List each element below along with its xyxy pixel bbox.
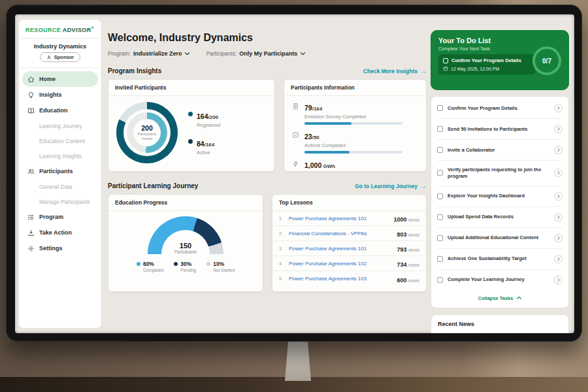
task-row[interactable]: Verify participants requesting to join t… bbox=[437, 161, 563, 186]
legend-item-pending: 30% Pending bbox=[174, 261, 196, 272]
task-open-button[interactable] bbox=[554, 192, 563, 201]
sidebar-item-label: Take Action bbox=[39, 229, 72, 236]
task-row[interactable]: Explore Your Insights Dashboard bbox=[437, 186, 563, 207]
survey-value: 79 bbox=[304, 104, 312, 112]
task-row[interactable]: Invite a Collaborator bbox=[437, 140, 563, 161]
collapse-tasks-link[interactable]: Collapse Tasks bbox=[437, 290, 563, 306]
chevron-down-icon bbox=[184, 52, 190, 56]
task-checkbox[interactable] bbox=[437, 214, 443, 220]
todo-progress-ring: 0/7 bbox=[532, 46, 561, 75]
sponsor-badge-label: Sponsor bbox=[54, 54, 74, 60]
sidebar-item-manage-participants[interactable]: Manage Participants bbox=[22, 194, 98, 209]
card-title: Invited Participants bbox=[108, 80, 274, 96]
next-task-label: Confirm Your Program Details bbox=[451, 57, 521, 63]
sidebar-item-home[interactable]: Home bbox=[22, 71, 98, 87]
sidebar-item-education-content[interactable]: Education Content bbox=[22, 133, 98, 148]
task-open-button[interactable] bbox=[554, 213, 563, 221]
lesson-rank: 5 bbox=[279, 276, 284, 281]
legend-item-completed: 60% Completed bbox=[137, 261, 163, 272]
link-label: Check More Insights bbox=[363, 68, 417, 74]
task-open-button[interactable] bbox=[554, 104, 563, 112]
task-open-button[interactable] bbox=[554, 276, 563, 284]
lesson-link[interactable]: Power Purchase Agreements 103 bbox=[289, 276, 392, 282]
task-row[interactable]: Send 50 Invitations to Participants bbox=[437, 119, 563, 140]
survey-total: /164 bbox=[312, 106, 323, 112]
lesson-views: 600 bbox=[397, 277, 406, 284]
sidebar-item-label: Home bbox=[39, 76, 56, 82]
task-row[interactable]: Upload Additional Educational Content bbox=[437, 228, 563, 249]
task-label: Verify participants requesting to join t… bbox=[448, 167, 549, 180]
task-checkbox[interactable] bbox=[437, 235, 443, 241]
task-label: Invite a Collaborator bbox=[448, 147, 549, 154]
logo-plus: + bbox=[91, 25, 95, 30]
task-checkbox[interactable] bbox=[437, 170, 443, 176]
actions-label: Actions Completed bbox=[304, 142, 402, 148]
education-progress-card: Education Progress 150 Participants bbox=[108, 194, 263, 292]
education-gauge: 150 Participants bbox=[148, 216, 223, 254]
chevron-right-icon bbox=[557, 148, 560, 152]
task-checkbox[interactable] bbox=[437, 193, 443, 199]
task-row[interactable]: Confirm Your Program Details bbox=[437, 98, 563, 119]
lesson-link[interactable]: Financial Considerations - VPPAs bbox=[289, 231, 392, 237]
lesson-link[interactable]: Power Purchase Agreements 101 bbox=[289, 216, 389, 221]
lesson-link[interactable]: Power Purchase Agreements 102 bbox=[289, 261, 392, 267]
legend-item-active: 84/164 Active bbox=[188, 137, 220, 155]
lesson-row: 4 Power Purchase Agreements 102 734views bbox=[272, 256, 426, 271]
task-checkbox[interactable] bbox=[437, 256, 443, 262]
chevron-right-icon bbox=[557, 106, 560, 110]
sidebar-item-general-data[interactable]: General Data bbox=[22, 179, 98, 194]
sidebar-item-learning-insights[interactable]: Learning Insights bbox=[22, 148, 98, 163]
lesson-link[interactable]: Power Purchase Agreements 101 bbox=[289, 246, 392, 252]
task-checkbox[interactable] bbox=[437, 277, 443, 283]
sponsor-badge: Sponsor bbox=[40, 52, 80, 62]
active-value: 84 bbox=[197, 140, 204, 148]
sidebar-item-label: Insights bbox=[39, 91, 62, 98]
task-open-button[interactable] bbox=[554, 146, 563, 154]
education-gauge-center: 150 Participants bbox=[148, 242, 223, 254]
survey-progress-track bbox=[304, 122, 402, 125]
sidebar-item-program[interactable]: Program bbox=[22, 209, 98, 225]
lesson-rank: 4 bbox=[279, 261, 284, 266]
lesson-rank: 2 bbox=[279, 231, 284, 236]
arrow-right-icon: → bbox=[420, 68, 427, 74]
sidebar-item-label: Education Content bbox=[39, 138, 85, 144]
card-title: Participants Information bbox=[284, 80, 426, 96]
go-to-learning-journey-link[interactable]: Go to Learning Journey → bbox=[355, 183, 427, 189]
task-open-button[interactable] bbox=[554, 125, 563, 133]
task-row[interactable]: Complete Your Learning Journey bbox=[437, 270, 563, 290]
chevron-down-icon bbox=[300, 52, 306, 56]
task-open-button[interactable] bbox=[554, 234, 563, 242]
task-list-card: Confirm Your Program Details Send 50 Inv… bbox=[431, 96, 569, 308]
sidebar-item-take-action[interactable]: Take Action bbox=[22, 225, 98, 240]
sidebar-item-insights[interactable]: Insights bbox=[22, 87, 98, 103]
sidebar-item-participants[interactable]: Participants bbox=[22, 163, 98, 179]
chevron-right-icon bbox=[557, 194, 560, 199]
chevron-right-icon bbox=[557, 236, 560, 240]
participants-filter[interactable]: Participants: Only My Participants bbox=[206, 50, 306, 57]
chevron-right-icon bbox=[557, 215, 560, 220]
sidebar-item-learning-journey[interactable]: Learning Journey bbox=[22, 118, 98, 133]
participants-information-card: Participants Information 79/164 Emission… bbox=[284, 79, 427, 172]
sidebar-item-label: Learning Journey bbox=[39, 123, 82, 129]
program-filter[interactable]: Program: Industrialize Zero bbox=[108, 50, 190, 57]
next-task-checkbox[interactable] bbox=[443, 58, 448, 63]
task-checkbox[interactable] bbox=[437, 147, 443, 153]
task-open-button[interactable] bbox=[554, 169, 563, 177]
task-row[interactable]: Upload Spend Data Records bbox=[437, 207, 563, 228]
sidebar-item-settings[interactable]: Settings bbox=[22, 240, 98, 256]
check-more-insights-link[interactable]: Check More Insights → bbox=[363, 68, 427, 74]
education-legend-dot bbox=[206, 262, 210, 266]
task-open-button[interactable] bbox=[554, 255, 563, 263]
task-checkbox[interactable] bbox=[437, 105, 443, 111]
participants-filter-label: Participants: bbox=[206, 50, 237, 57]
pending-pct: 30% bbox=[180, 261, 196, 267]
todo-title: Your To Do List bbox=[438, 37, 561, 44]
book-icon bbox=[27, 107, 35, 114]
sidebar-item-education[interactable]: Education bbox=[22, 103, 98, 118]
task-checkbox[interactable] bbox=[437, 126, 443, 132]
task-row[interactable]: Achieve One Sustainability Target bbox=[437, 249, 563, 270]
dashboard-screen: RESOURCE ADVISOR+ Industry Dynamics Spon… bbox=[15, 14, 574, 333]
people-icon bbox=[27, 168, 35, 175]
education-legend-dot bbox=[137, 262, 140, 266]
page-title: Welcome, Industry Dynamics bbox=[108, 32, 427, 44]
